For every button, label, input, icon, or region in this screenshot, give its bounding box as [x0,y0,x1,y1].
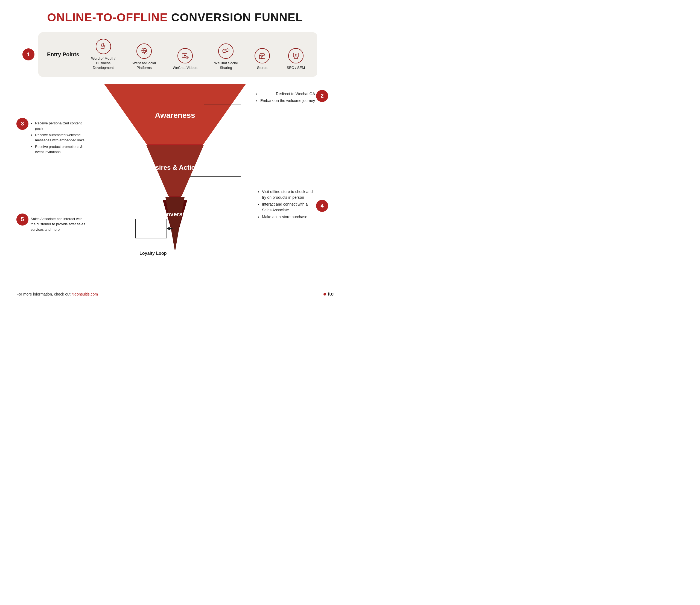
svg-point-10 [227,50,227,50]
svg-rect-15 [295,55,296,56]
note-2-item-2: Embark on the welcome journey [260,98,315,104]
awareness-label: Awareness [155,111,195,120]
seo-icon [288,48,303,64]
badge-5: 5 [17,213,28,226]
svg-rect-13 [261,57,263,58]
note-3-item-2: Receive automated welcome messages with … [35,132,85,143]
note-2-list: Redirect to Wechat OA Embark on the welc… [256,91,315,104]
funnel-svg-container: Awareness Desires & Actions Conversion [96,82,254,275]
desires-label: Desires & Actions [147,164,203,171]
loyalty-loop-label: Loyalty Loop [140,251,167,256]
entry-icons: Word of Mouth/Business Development Websi… [88,39,308,70]
stores-label: Stores [257,66,268,70]
wom-label: Word of Mouth/Business Development [91,56,116,70]
entry-icon-stores: Stores [255,48,270,70]
svg-point-11 [228,50,228,50]
svg-point-9 [226,49,229,51]
footer-logo: itc [323,291,333,297]
seo-label: SEO / SEM [287,66,305,70]
footer-dot [323,293,326,296]
svg-rect-24 [135,219,167,238]
entry-section: Entry Points Word of Mouth/Business Deve… [38,32,317,77]
note-2-item-1: Redirect to Wechat OA [260,91,315,97]
wechat-video-label: WeChat Videos [173,66,197,70]
footer-text: For more information, check out it-consu… [17,292,98,296]
badge-1: 1 [22,48,34,60]
wechat-video-icon [177,48,193,64]
annotation-3: Receive personalized content push Receiv… [31,121,85,156]
svg-point-8 [225,51,226,51]
badge-2: 2 [316,90,328,102]
svg-marker-23 [166,197,184,252]
badge-3: 3 [17,118,28,130]
svg-point-7 [224,51,224,51]
note-5-text: Sales Associate can interact with the cu… [31,217,85,231]
svg-marker-4 [184,54,186,57]
svg-point-0 [101,44,104,47]
footer-logo-text: itc [328,291,333,297]
entry-icon-website: Website/SocialPlatforms [132,44,156,70]
funnel-svg: Awareness Desires & Actions Conversion [96,82,254,274]
note-3-item-1: Receive personalized content push [35,121,85,131]
entry-icon-seo: SEO / SEM [287,48,305,70]
conversion-label: Conversion [158,211,192,218]
website-icon [136,44,152,59]
entry-icon-wechat-video: WeChat Videos [173,48,197,70]
wechat-social-label: WeChat SocialSharing [214,61,238,70]
title-highlight: ONLINE-TO-OFFLINE [47,11,168,24]
footer-link[interactable]: it-consultis.com [72,292,98,296]
entry-icon-wechat-social: WeChat SocialSharing [214,44,238,70]
funnel-area: 2 Redirect to Wechat OA Embark on the we… [17,82,333,274]
note-4-item-3: Make an in-store purchase [262,214,315,220]
note-4-list: Visit offline store to check and try on … [257,189,315,220]
page-title: ONLINE-TO-OFFLINE CONVERSION FUNNEL [17,11,333,24]
stores-icon [255,48,270,64]
note-3-list: Receive personalized content push Receiv… [31,121,85,155]
entry-label: Entry Points [47,51,79,58]
note-4-item-2: Interact and connect with a Sales Associ… [262,201,315,213]
title-normal: CONVERSION FUNNEL [168,11,303,24]
annotation-5: Sales Associate can interact with the cu… [31,216,85,232]
footer: For more information, check out it-consu… [17,291,333,297]
wom-icon [96,39,111,54]
note-4-item-1: Visit offline store to check and try on … [262,189,315,200]
annotation-2: Redirect to Wechat OA Embark on the welc… [256,91,315,105]
note-3-item-3: Receive product promotions & event invit… [35,144,85,155]
wechat-social-icon [218,44,233,59]
website-label: Website/SocialPlatforms [132,61,156,70]
badge-4: 4 [316,200,328,212]
footer-static-text: For more information, check out [17,292,72,296]
page-wrapper: ONLINE-TO-OFFLINE CONVERSION FUNNEL 1 En… [0,0,350,302]
entry-icon-wom: Word of Mouth/Business Development [91,39,116,70]
annotation-4: Visit offline store to check and try on … [257,189,315,221]
